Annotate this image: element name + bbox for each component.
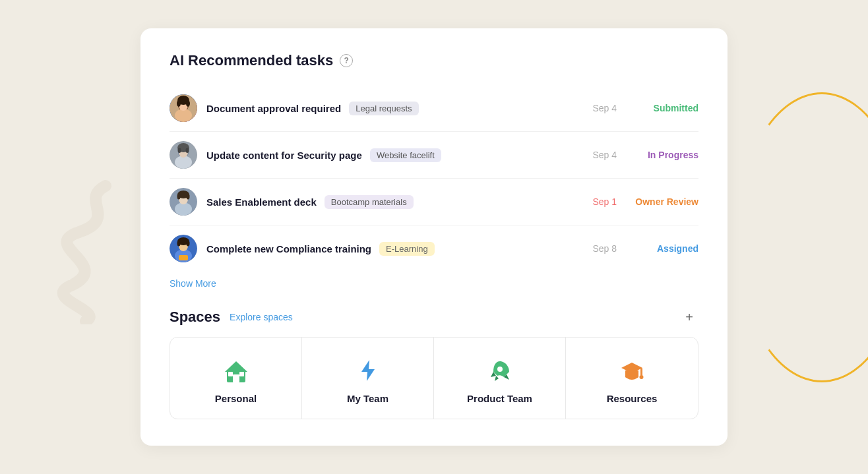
svg-point-24 — [177, 241, 181, 247]
bolt-icon — [354, 356, 383, 385]
task-info: Sales Enablement deck Bootcamp materials — [206, 195, 583, 209]
spaces-title: Spaces — [170, 309, 220, 326]
space-label-personal: Personal — [215, 393, 257, 404]
task-status: In Progress — [626, 150, 698, 160]
svg-rect-26 — [179, 255, 188, 260]
space-label-myteam: My Team — [347, 393, 388, 404]
rocket-icon — [485, 356, 514, 385]
svg-point-13 — [186, 148, 189, 153]
add-space-button[interactable]: + — [680, 308, 698, 326]
spaces-header: Spaces Explore spaces + — [170, 308, 698, 326]
svg-point-18 — [177, 194, 181, 200]
task-status: Owner Review — [626, 196, 698, 207]
task-status: Assigned — [626, 243, 698, 254]
task-name: Sales Enablement deck — [206, 196, 317, 208]
task-info: Complete new Compliance training E-Learn… — [206, 242, 583, 256]
svg-point-33 — [497, 367, 503, 372]
svg-rect-30 — [228, 372, 233, 376]
space-label-productteam: Product Team — [467, 393, 532, 404]
avatar — [170, 188, 197, 216]
task-date: Sep 1 — [592, 196, 617, 207]
bg-squiggle — [53, 179, 132, 324]
task-name: Update content for Security page — [206, 150, 362, 161]
svg-rect-29 — [233, 374, 239, 382]
table-row[interactable]: Complete new Compliance training E-Learn… — [170, 225, 698, 272]
svg-rect-31 — [239, 372, 244, 376]
house-icon — [222, 356, 251, 385]
svg-point-5 — [177, 100, 181, 107]
svg-rect-35 — [640, 368, 642, 376]
svg-point-19 — [187, 194, 190, 200]
svg-marker-28 — [225, 361, 247, 372]
main-card: AI Recommended tasks ? — [140, 28, 728, 446]
tasks-title: AI Recommended tasks — [170, 52, 333, 69]
tasks-section-header: AI Recommended tasks ? — [170, 52, 698, 69]
avatar — [170, 141, 197, 169]
task-status: Submitted — [626, 103, 698, 113]
task-tag: Legal requests — [349, 102, 418, 115]
table-row[interactable]: Document approval required Legal request… — [170, 85, 698, 132]
explore-spaces-link[interactable]: Explore spaces — [230, 312, 293, 322]
task-date: Sep 4 — [592, 150, 617, 160]
help-icon[interactable]: ? — [340, 54, 353, 67]
avatar-face — [170, 94, 197, 122]
table-row[interactable]: Sales Enablement deck Bootcamp materials… — [170, 179, 698, 225]
spaces-grid: Personal My Team Product T — [170, 337, 698, 419]
show-more-button[interactable]: Show More — [170, 278, 216, 289]
table-row[interactable]: Update content for Security page Website… — [170, 132, 698, 179]
task-list: Document approval required Legal request… — [170, 85, 698, 272]
svg-point-36 — [640, 375, 644, 379]
space-card-productteam[interactable]: Product Team — [434, 338, 566, 419]
svg-marker-32 — [361, 360, 375, 381]
bg-circle-decoration — [736, 92, 868, 382]
task-date: Sep 4 — [592, 103, 617, 113]
task-name: Document approval required — [206, 103, 341, 114]
space-label-resources: Resources — [607, 393, 658, 404]
space-card-myteam[interactable]: My Team — [302, 338, 434, 419]
svg-point-25 — [187, 241, 190, 247]
task-tag: E-Learning — [379, 242, 435, 256]
task-tag: Website facelift — [370, 148, 441, 162]
task-info: Update content for Security page Website… — [206, 148, 583, 162]
avatar — [170, 94, 197, 122]
svg-point-12 — [178, 148, 181, 153]
space-card-personal[interactable]: Personal — [170, 338, 302, 419]
task-date: Sep 8 — [592, 243, 617, 254]
space-card-resources[interactable]: Resources — [566, 338, 698, 419]
task-name: Complete new Compliance training — [206, 243, 371, 254]
svg-point-6 — [186, 100, 190, 107]
task-tag: Bootcamp materials — [325, 195, 414, 209]
avatar — [170, 235, 197, 262]
task-info: Document approval required Legal request… — [206, 102, 583, 115]
graduation-icon — [617, 356, 646, 385]
